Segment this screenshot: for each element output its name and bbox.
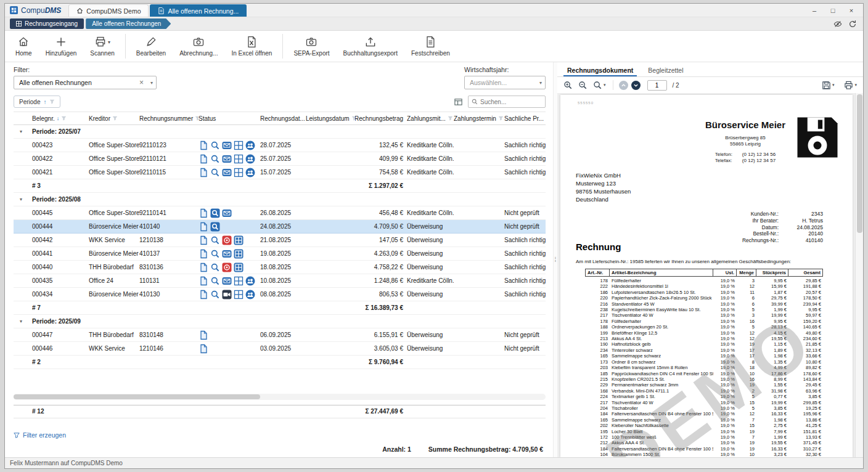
collapse-chevron-icon[interactable]: ▾: [14, 315, 32, 328]
zoom-icon[interactable]: [210, 154, 220, 164]
zoom-icon[interactable]: [210, 249, 220, 259]
table-row[interactable]: 000440THH Bürobedarf831013618.08.20254.7…: [14, 261, 546, 274]
file-icon[interactable]: [199, 276, 208, 286]
breadcrumb-module[interactable]: Rechnungseingang: [10, 18, 84, 29]
file-icon[interactable]: [199, 344, 208, 354]
file-icon[interactable]: [199, 290, 208, 299]
column-header[interactable]: Zahlungsmit...: [407, 115, 454, 122]
alert-icon[interactable]: [222, 235, 232, 245]
page-number-input[interactable]: [647, 80, 667, 91]
grid-icon[interactable]: [234, 290, 244, 299]
search-box[interactable]: [468, 96, 546, 108]
preview-toggle-icon[interactable]: [833, 20, 842, 28]
table-row[interactable]: 000421Office Super-Store9211011515.07.20…: [14, 166, 546, 179]
fiscal-year-dropdown[interactable]: Auswählen... ▾: [464, 76, 546, 89]
file-icon[interactable]: [199, 222, 208, 232]
toolbar-button-excel[interactable]: In Excel öffnen: [224, 34, 279, 59]
tab-rechnungsdokument[interactable]: Rechnungsdokument: [561, 63, 639, 76]
table-row[interactable]: 000446WKK Service121014603.09.20253.605,…: [14, 342, 546, 356]
grid-box-icon[interactable]: [234, 235, 244, 245]
search-input[interactable]: [480, 99, 542, 105]
zoom-icon[interactable]: [210, 168, 220, 177]
save-export-button[interactable]: ▾: [821, 79, 836, 91]
toolbar-button-festschreiben[interactable]: Festschreiben: [404, 34, 457, 59]
horizontal-scrollbar[interactable]: [14, 394, 546, 400]
group-header-row[interactable]: ▾Periode: 2025/08: [14, 193, 546, 206]
scrollbar-thumb[interactable]: [14, 394, 260, 399]
table-row[interactable]: 000444Büroservice Meier41014024.08.20254…: [14, 220, 546, 234]
table-row[interactable]: 000445Office Super-Store9211014126.08.20…: [14, 206, 546, 220]
file-icon[interactable]: [199, 154, 208, 164]
next-page-button[interactable]: [631, 81, 641, 90]
table-row[interactable]: 000423Office Super-Store9211012328.07.20…: [14, 139, 546, 152]
zoom-icon[interactable]: [210, 276, 220, 286]
toolbar-button-bearbeiten[interactable]: Bearbeiten: [129, 34, 173, 59]
column-header[interactable]: Kreditor: [89, 115, 139, 122]
table-row[interactable]: 000435Office 2411013110.08.20251.248,86 …: [14, 274, 546, 288]
grid-icon[interactable]: [234, 276, 244, 286]
column-header[interactable]: Zahlungstermin: [454, 115, 504, 122]
tab-alle-offenen-rechnungen[interactable]: Alle offenen Rechnung...: [150, 4, 247, 17]
zoom-out-button[interactable]: [577, 79, 589, 91]
vertical-scrollbar[interactable]: [855, 93, 863, 457]
table-row[interactable]: 000442WKK Service121013821.08.2025147,05…: [14, 234, 546, 247]
column-header[interactable]: Σ Rechnungsbetrag: [355, 115, 407, 122]
grid-box-icon[interactable]: [234, 249, 244, 259]
zoom-icon[interactable]: [210, 235, 220, 245]
users-icon[interactable]: [245, 154, 255, 164]
users-icon[interactable]: [245, 168, 255, 177]
send-icon[interactable]: [222, 168, 232, 177]
zoom-in-button[interactable]: [562, 79, 574, 91]
clear-filter-icon[interactable]: ×: [135, 78, 148, 87]
send-icon[interactable]: [222, 140, 232, 150]
table-row[interactable]: 000422Office Super-Store9211012125.07.20…: [14, 152, 546, 166]
zoom-icon[interactable]: [210, 262, 220, 272]
tab-begleitzettel[interactable]: Begleitzettel: [642, 63, 689, 76]
table-row[interactable]: 000441Büroservice Meier41013719.08.20254…: [14, 247, 546, 261]
file-icon[interactable]: [199, 168, 208, 177]
group-header-row[interactable]: ▾Periode: 2025/07: [14, 125, 546, 139]
file-icon[interactable]: [199, 208, 208, 218]
group-header-row[interactable]: ▾Periode: 2025/09: [14, 315, 546, 328]
create-filter-link[interactable]: Filter erzeugen: [23, 431, 66, 439]
collapse-chevron-icon[interactable]: ▾: [14, 125, 32, 139]
previous-page-button[interactable]: [619, 81, 628, 90]
table-row[interactable]: 000434Büroservice Meier41013008.08.20258…: [14, 288, 546, 301]
grid-icon[interactable]: [234, 154, 244, 164]
scrollbar-thumb[interactable]: [857, 94, 862, 233]
toolbar-button-hinzufuegen[interactable]: Hinzufügen: [39, 34, 84, 59]
toolbar-button-home[interactable]: Home: [9, 34, 39, 59]
users-icon[interactable]: [245, 140, 255, 150]
column-header[interactable]: Belegnr.↓: [32, 115, 89, 122]
column-header[interactable]: Sachliche Pr...: [504, 115, 546, 122]
send-icon[interactable]: [222, 154, 232, 164]
send-icon[interactable]: [222, 276, 232, 286]
file-icon[interactable]: [199, 235, 208, 245]
grid-box-icon[interactable]: [234, 262, 244, 272]
table-row[interactable]: 000447THH Bürobedarf831014806.09.20256.1…: [14, 328, 546, 342]
file-icon[interactable]: [199, 249, 208, 259]
zoom-box-icon[interactable]: [210, 208, 220, 218]
send-icon[interactable]: [222, 208, 232, 218]
file-icon[interactable]: [199, 330, 208, 340]
column-chooser-icon[interactable]: [454, 97, 463, 107]
zoom-icon[interactable]: [210, 140, 220, 150]
users-icon[interactable]: [245, 290, 255, 299]
zoom-menu-button[interactable]: ▾: [592, 79, 607, 91]
column-header[interactable]: Rechnungsdat...: [260, 115, 306, 122]
column-header[interactable]: Leistungsdatum: [306, 115, 355, 122]
file-icon[interactable]: [199, 140, 208, 150]
maximize-button[interactable]: □: [824, 7, 842, 14]
minimize-button[interactable]: –: [805, 7, 824, 14]
send-icon[interactable]: [222, 249, 232, 259]
panel-splitter[interactable]: ⁞: [553, 62, 557, 457]
toolbar-button-scannen[interactable]: ▾Scannen: [83, 34, 121, 59]
column-header[interactable]: Status: [199, 115, 260, 122]
zoom-icon[interactable]: [210, 290, 220, 299]
alert-icon[interactable]: [222, 262, 232, 272]
grid-icon[interactable]: [234, 168, 244, 177]
toolbar-button-sepa-export[interactable]: SEPA-Export: [287, 34, 336, 59]
filter-dropdown[interactable]: Alle offenen Rechnungen × ▾: [14, 76, 157, 89]
grid-icon[interactable]: [234, 140, 244, 150]
group-by-periode-chip[interactable]: Periode ↑: [14, 96, 60, 108]
